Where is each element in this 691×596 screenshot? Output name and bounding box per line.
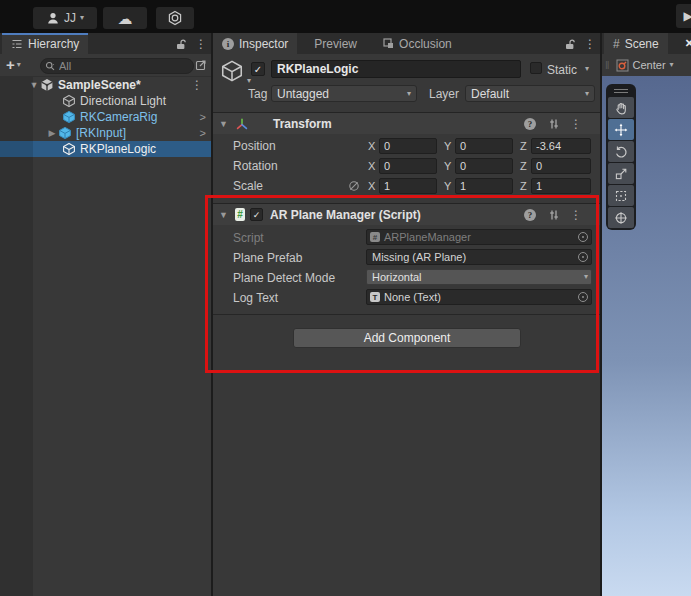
- rotation-z-field[interactable]: [531, 158, 591, 174]
- component-enabled-checkbox[interactable]: ✓: [250, 208, 263, 221]
- axis-z-label: Z: [520, 180, 527, 192]
- tree-row-directional-light[interactable]: Directional Light: [0, 93, 211, 109]
- tree-row-rkinput[interactable]: ▶ [RKInput] >: [0, 125, 211, 141]
- object-picker-icon[interactable]: [578, 232, 588, 242]
- toolbar-grip-icon: ‖: [605, 59, 610, 71]
- hierarchy-panel: Hierarchy ⋮ + ▾: [0, 33, 211, 596]
- create-object-button[interactable]: + ▾: [6, 57, 21, 72]
- object-picker-icon[interactable]: [578, 292, 588, 302]
- transform-axes-icon: [235, 117, 249, 131]
- cloud-icon: ☁: [118, 11, 133, 26]
- pivot-mode-button[interactable]: Center ▾: [616, 59, 674, 72]
- version-control-button[interactable]: [156, 7, 194, 29]
- prefab-cube-icon: [62, 110, 76, 124]
- log-text-object-field[interactable]: T None (Text): [366, 289, 592, 305]
- transform-header[interactable]: ▼ Transform ? ⋮: [213, 112, 600, 134]
- search-icon: [45, 61, 56, 72]
- tree-row-rkcamerarig[interactable]: RKCameraRig >: [0, 109, 211, 125]
- tag-label: Tag: [248, 87, 267, 101]
- transform-tool-button[interactable]: [608, 207, 634, 228]
- presets-icon[interactable]: [548, 118, 560, 130]
- tree-row-scene[interactable]: ▼ SampleScene* ⋮: [0, 77, 211, 93]
- object-label: RKCameraRig: [80, 110, 157, 124]
- tab-preview[interactable]: Preview: [305, 33, 366, 54]
- foldout-open-icon[interactable]: ▼: [219, 119, 233, 129]
- tab-inspector-label: Inspector: [239, 37, 288, 51]
- move-tool-button[interactable]: [608, 119, 634, 140]
- scale-x-field[interactable]: [379, 178, 437, 194]
- pivot-mode-label: Center: [633, 59, 666, 71]
- hierarchy-menu-icon[interactable]: ⋮: [195, 38, 207, 50]
- scene-tab-bar: # Scene ✕: [602, 33, 691, 54]
- play-button[interactable]: ▶: [676, 4, 691, 28]
- scale-icon: [614, 167, 628, 181]
- search-input[interactable]: [59, 60, 169, 72]
- tag-dropdown[interactable]: Untagged ▾: [271, 85, 417, 102]
- scale-z-field[interactable]: [531, 178, 591, 194]
- rotate-tool-button[interactable]: [608, 141, 634, 162]
- foldout-open-icon[interactable]: ▼: [28, 80, 40, 90]
- script-object-field[interactable]: # ARPlaneManager: [366, 229, 592, 245]
- chevron-down-icon: ▾: [80, 14, 84, 22]
- ar-plane-manager-header[interactable]: ▼ # ✓ AR Plane Manager (Script) ? ⋮: [213, 203, 600, 225]
- help-icon[interactable]: ?: [524, 209, 536, 221]
- popout-icon[interactable]: [195, 59, 207, 71]
- rotation-x-field[interactable]: [379, 158, 437, 174]
- rect-tool-button[interactable]: [608, 185, 634, 206]
- occlusion-icon: [383, 38, 394, 49]
- axis-y-label: Y: [444, 160, 451, 172]
- static-flags-caret[interactable]: ▾: [585, 65, 589, 73]
- active-checkbox[interactable]: ✓: [251, 62, 265, 76]
- tab-scene[interactable]: # Scene: [604, 33, 668, 54]
- unlinked-scale-icon[interactable]: [348, 180, 360, 192]
- hierarchy-search[interactable]: [40, 58, 194, 74]
- position-x-field[interactable]: [379, 138, 437, 154]
- help-icon[interactable]: ?: [524, 118, 536, 130]
- top-bar: JJ ▾ ☁ ▶: [0, 0, 691, 33]
- tree-row-rkplanelogic-selected[interactable]: RKPlaneLogic: [0, 141, 211, 157]
- tab-occlusion[interactable]: Occlusion: [374, 33, 461, 54]
- tab-hierarchy[interactable]: Hierarchy: [2, 33, 88, 54]
- component-menu-icon[interactable]: ⋮: [570, 209, 582, 221]
- rotation-label: Rotation: [233, 159, 278, 173]
- static-label: Static: [547, 63, 577, 77]
- rotation-y-field[interactable]: [455, 158, 513, 174]
- foldout-closed-icon[interactable]: ▶: [46, 128, 58, 138]
- unlock-icon[interactable]: [175, 38, 187, 50]
- add-component-button[interactable]: Add Component: [293, 328, 521, 348]
- plane-prefab-object-field[interactable]: Missing (AR Plane): [366, 249, 592, 265]
- plane-detect-mode-dropdown[interactable]: Horizontal ▾: [366, 269, 592, 285]
- hand-tool-button[interactable]: [608, 97, 634, 118]
- scene-tool-palette: [606, 84, 636, 230]
- unlock-icon[interactable]: [564, 38, 576, 50]
- prefab-open-arrow[interactable]: >: [200, 111, 206, 123]
- presets-icon[interactable]: [548, 209, 560, 221]
- prefab-open-arrow[interactable]: >: [200, 127, 206, 139]
- palette-drag-handle[interactable]: [608, 86, 634, 96]
- layer-value: Default: [471, 87, 509, 101]
- close-icon[interactable]: ✕: [685, 37, 691, 50]
- log-text-label: Log Text: [233, 291, 278, 305]
- scale-tool-button[interactable]: [608, 163, 634, 184]
- layer-dropdown[interactable]: Default ▾: [465, 85, 595, 102]
- chevron-down-icon: ▾: [17, 61, 21, 69]
- scale-y-field[interactable]: [455, 178, 513, 194]
- csharp-script-icon: #: [235, 208, 245, 221]
- hand-icon: [614, 101, 628, 115]
- position-z-field[interactable]: [531, 138, 591, 154]
- gameobject-icon[interactable]: ▾: [220, 59, 244, 83]
- gameobject-name-field[interactable]: [271, 60, 521, 78]
- ar-plane-manager-title: AR Plane Manager (Script): [270, 208, 421, 222]
- chevron-down-icon: ▾: [670, 61, 674, 69]
- static-checkbox[interactable]: [530, 62, 542, 74]
- account-button[interactable]: JJ ▾: [33, 7, 97, 29]
- pivot-center-icon: [616, 59, 629, 72]
- tab-inspector[interactable]: i Inspector: [213, 33, 297, 54]
- transform-menu-icon[interactable]: ⋮: [570, 118, 582, 130]
- scene-menu-icon[interactable]: ⋮: [191, 79, 203, 91]
- object-picker-icon[interactable]: [578, 252, 588, 262]
- foldout-open-icon[interactable]: ▼: [219, 210, 233, 220]
- cloud-button[interactable]: ☁: [103, 7, 147, 29]
- inspector-menu-icon[interactable]: ⋮: [584, 38, 596, 50]
- position-y-field[interactable]: [455, 138, 513, 154]
